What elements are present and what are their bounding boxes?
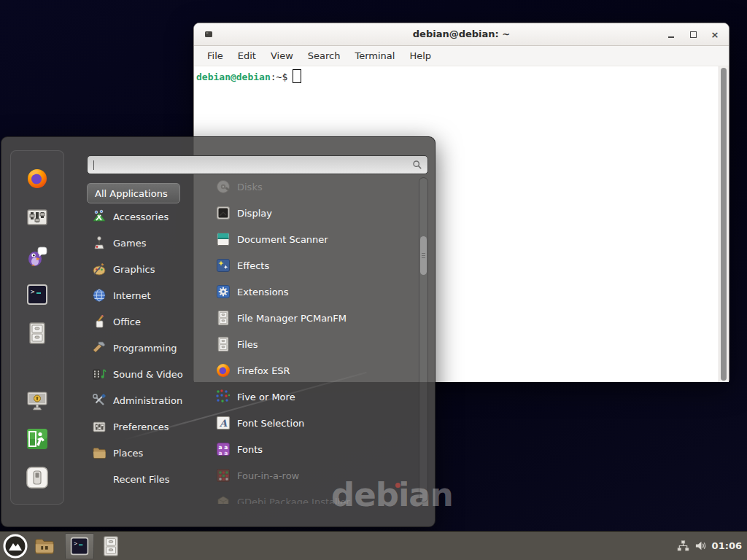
app-extensions[interactable]: Extensions bbox=[206, 279, 419, 305]
app-label: GDebi Package Installer bbox=[237, 497, 350, 505]
file-cabinet-icon bbox=[215, 336, 231, 352]
font-selection-icon: A bbox=[215, 415, 231, 431]
maximize-button[interactable] bbox=[688, 29, 698, 39]
accessories-icon bbox=[92, 209, 107, 224]
minimize-icon bbox=[668, 36, 674, 38]
menu-scrollbar[interactable] bbox=[419, 177, 428, 502]
log-out-icon bbox=[26, 427, 49, 451]
app-label: Files bbox=[237, 339, 258, 350]
search-box[interactable] bbox=[87, 155, 428, 174]
terminal-app-icon: > bbox=[69, 536, 90, 556]
favorite-terminal[interactable]: > bbox=[26, 283, 49, 306]
app-font-selection[interactable]: AFont Selection bbox=[206, 410, 419, 436]
five-or-more-icon bbox=[215, 389, 231, 405]
favorite-file-manager[interactable] bbox=[26, 322, 49, 345]
favorite-pidgin[interactable] bbox=[26, 244, 49, 268]
svg-text:a a: a a bbox=[219, 450, 228, 456]
start-icon bbox=[3, 534, 28, 559]
app-effects[interactable]: Effects bbox=[206, 252, 419, 279]
fonts-icon: a aa a bbox=[215, 441, 231, 457]
menu-scrollbar-thumb[interactable] bbox=[420, 236, 427, 275]
category-programming[interactable]: Programming bbox=[87, 335, 206, 361]
svg-text:>: > bbox=[74, 540, 77, 547]
close-button[interactable]: × bbox=[710, 29, 720, 39]
system-tray: 01:06 bbox=[677, 540, 747, 552]
app-label: Four-in-a-row bbox=[237, 470, 299, 481]
category-accessories[interactable]: Accessories bbox=[87, 203, 206, 230]
prompt-user-host: debian@debian bbox=[196, 71, 271, 82]
favorite-lock-screen[interactable] bbox=[26, 389, 49, 412]
minimize-button[interactable] bbox=[666, 29, 676, 39]
category-label: Administration bbox=[113, 395, 182, 406]
menubar-item-view[interactable]: View bbox=[263, 50, 301, 61]
category-places[interactable]: Places bbox=[87, 440, 206, 466]
app-fonts[interactable]: a aa aFonts bbox=[206, 436, 419, 462]
favorite-log-out[interactable] bbox=[26, 427, 49, 451]
category-administration[interactable]: Administration bbox=[87, 387, 206, 413]
menubar-item-search[interactable]: Search bbox=[301, 50, 348, 61]
app-four-in-a-row[interactable]: Four-in-a-row bbox=[206, 462, 419, 489]
search-input[interactable] bbox=[93, 158, 407, 172]
app-gdebi-package-installer[interactable]: GDebi Package Installer bbox=[206, 489, 419, 504]
terminal-title: debian@debian: ~ bbox=[194, 28, 729, 39]
category-office[interactable]: Office bbox=[87, 308, 206, 335]
svg-text:>: > bbox=[31, 288, 35, 295]
category-recent-files[interactable]: Recent Files bbox=[87, 466, 206, 492]
all-applications-label: All Applications bbox=[95, 188, 168, 199]
terminal-scrollbar-thumb[interactable] bbox=[721, 68, 727, 381]
effects-icon bbox=[215, 257, 231, 273]
category-label: Office bbox=[113, 316, 141, 327]
category-games[interactable]: Games bbox=[87, 230, 206, 256]
category-label: Recent Files bbox=[113, 474, 170, 485]
menubar-item-file[interactable]: File bbox=[200, 50, 231, 61]
shutdown-icon bbox=[26, 466, 49, 489]
category-graphics[interactable]: Graphics bbox=[87, 256, 206, 282]
terminal-titlebar[interactable]: debian@debian: ~ × bbox=[194, 23, 729, 46]
terminal-menubar: FileEditViewSearchTerminalHelp bbox=[194, 46, 729, 66]
tray-volume-icon[interactable] bbox=[694, 540, 707, 552]
menubar-item-help[interactable]: Help bbox=[402, 50, 438, 61]
application-list-viewport: DisksDisplayDocument ScannerEffectsExten… bbox=[206, 176, 419, 504]
app-display[interactable]: Display bbox=[206, 200, 419, 226]
category-internet[interactable]: Internet bbox=[87, 282, 206, 308]
favorite-shutdown[interactable] bbox=[26, 466, 49, 489]
taskbar-file-manager-button[interactable] bbox=[32, 534, 57, 559]
disks-icon bbox=[215, 179, 231, 195]
app-file-manager-pcmanfm[interactable]: File Manager PCManFM bbox=[206, 305, 419, 331]
category-preferences[interactable]: Preferences bbox=[87, 413, 206, 440]
taskbar-files-button[interactable] bbox=[98, 534, 123, 559]
firefox-icon bbox=[26, 167, 49, 190]
application-list: DisksDisplayDocument ScannerEffectsExten… bbox=[206, 176, 419, 504]
file-cabinet-icon bbox=[100, 535, 122, 557]
places-icon bbox=[92, 446, 107, 460]
app-label: Firefox ESR bbox=[237, 365, 290, 376]
all-applications-button[interactable]: All Applications bbox=[87, 183, 180, 203]
programming-icon bbox=[92, 341, 107, 355]
category-sound-video[interactable]: Sound & Video bbox=[87, 361, 206, 387]
four-in-a-row-icon bbox=[215, 467, 231, 483]
search-icon bbox=[412, 160, 422, 170]
menubar-item-edit[interactable]: Edit bbox=[231, 50, 263, 61]
category-label: Internet bbox=[113, 290, 151, 301]
menubar-item-terminal[interactable]: Terminal bbox=[347, 50, 402, 61]
taskbar-clock[interactable]: 01:06 bbox=[712, 540, 742, 551]
app-firefox-esr[interactable]: Firefox ESR bbox=[206, 357, 419, 384]
terminal-scrollbar[interactable] bbox=[719, 66, 729, 382]
tray-network-icon[interactable] bbox=[677, 540, 689, 552]
app-five-or-more[interactable]: Five or More bbox=[206, 384, 419, 410]
category-list: AccessoriesGamesGraphicsInternetOfficePr… bbox=[87, 203, 206, 492]
extensions-icon bbox=[215, 284, 231, 300]
terminal-cursor bbox=[293, 69, 301, 83]
app-label: Effects bbox=[237, 260, 269, 271]
file-cabinet-icon bbox=[26, 322, 49, 345]
scrollbar-grip bbox=[422, 253, 425, 259]
app-disks[interactable]: Disks bbox=[206, 176, 419, 200]
app-files[interactable]: Files bbox=[206, 331, 419, 357]
file-cabinet-icon bbox=[215, 310, 231, 326]
taskbar-terminal-button[interactable]: > bbox=[65, 533, 94, 559]
favorite-firefox[interactable] bbox=[26, 167, 49, 190]
taskbar-menu-button[interactable] bbox=[3, 534, 28, 559]
favorite-settings[interactable] bbox=[26, 206, 49, 229]
lock-screen-icon bbox=[26, 389, 49, 412]
app-document-scanner[interactable]: Document Scanner bbox=[206, 226, 419, 252]
